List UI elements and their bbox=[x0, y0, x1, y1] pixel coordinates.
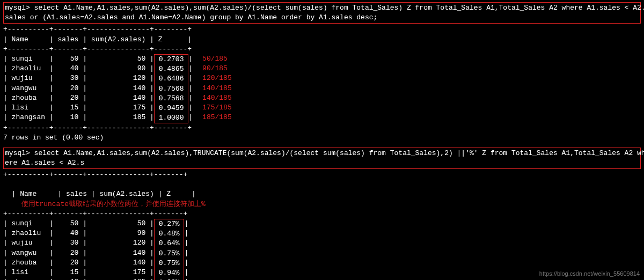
table2-annotation-inline: 使用truncate截取结果的小数位两位，并使用连接符加上% bbox=[21, 200, 206, 208]
z-value: 0.64% bbox=[155, 239, 184, 248]
annotation: 140/185 bbox=[202, 93, 232, 103]
row-tail: | bbox=[188, 103, 193, 113]
table-row: | sunqi | 50 | 50 | bbox=[3, 54, 154, 64]
z-value: 0.6486 bbox=[155, 74, 188, 84]
z-value: 1.00% bbox=[155, 278, 184, 280]
table1-header: | Name | sales | sum(A2.sales) | Z | bbox=[3, 35, 641, 45]
row-tail: | bbox=[184, 258, 188, 268]
mysql-prompt: mysql> bbox=[5, 4, 30, 12]
table2-rows-tail: | | | | | | | bbox=[184, 219, 188, 280]
z-value: 0.4865 bbox=[155, 64, 188, 74]
row-tail: | bbox=[188, 113, 193, 122]
row-tail: | bbox=[188, 54, 193, 64]
table2-rows-left: | sunqi | 50 | 50 | | zhaoliu | 40 | 90 … bbox=[3, 219, 154, 280]
table-row: | zhaoliu | 40 | 90 | bbox=[3, 64, 154, 73]
table1-rows-left: | sunqi | 50 | 50 | | zhaoliu | 40 | 90 … bbox=[3, 54, 154, 122]
annotation: 90/185 bbox=[202, 64, 232, 73]
row-tail: | bbox=[184, 268, 188, 277]
mysql-prompt: mysql> bbox=[5, 149, 30, 157]
row-tail: | bbox=[188, 84, 193, 93]
table2-z-column-box: 0.27% 0.48% 0.64% 0.75% 0.75% 0.94% 1.00… bbox=[154, 219, 185, 280]
row-tail: | bbox=[184, 238, 188, 248]
table2-sep-top: +----------+-------+---------------+----… bbox=[3, 170, 641, 180]
z-value: 0.48% bbox=[155, 229, 184, 239]
row-tail: | bbox=[184, 229, 188, 238]
z-value: 0.9459 bbox=[155, 104, 188, 113]
table-row: | zhangsan | 10 | 185 | bbox=[3, 113, 154, 122]
table-row: | sunqi | 50 | 50 | bbox=[3, 219, 154, 229]
table1-sep-top: +----------+-------+---------------+----… bbox=[3, 25, 641, 34]
z-value: 0.27% bbox=[155, 219, 184, 229]
z-value: 0.7568 bbox=[155, 84, 188, 94]
annotation: 175/185 bbox=[202, 103, 232, 113]
table1-sep-bottom: +----------+-------+---------------+----… bbox=[3, 123, 641, 133]
row-tail: | bbox=[188, 73, 193, 83]
z-value: 0.75% bbox=[155, 249, 184, 259]
sql-query-2-line1: select A1.Name,A1.sales,sum(A2.sales),TR… bbox=[30, 149, 644, 157]
row-tail: | bbox=[188, 93, 193, 103]
table-row: | wujiu | 30 | 120 | bbox=[3, 73, 154, 83]
table-row: | lisi | 15 | 175 | bbox=[3, 103, 154, 113]
table2-sep-mid: +----------+-------+---------------+----… bbox=[3, 209, 641, 219]
table1-status: 7 rows in set (0.00 sec) bbox=[3, 133, 641, 143]
table-row: | zhouba | 20 | 140 | bbox=[3, 93, 154, 103]
row-tail: | bbox=[184, 219, 188, 229]
annotation: 185/185 bbox=[202, 113, 232, 122]
table-row: | zhouba | 20 | 140 | bbox=[3, 258, 154, 268]
sql-query-2-box: mysql> select A1.Name,A1.sales,sum(A2.sa… bbox=[3, 148, 641, 169]
watermark: https://blog.csdn.net/weixin_55609814 bbox=[539, 270, 640, 278]
annotation: 140/185 bbox=[202, 84, 232, 93]
table1-annotations: 50/185 90/185 120/185 140/185 140/185 17… bbox=[202, 54, 232, 122]
sql-query-1-box: mysql> select A1.Name,A1.sales,sum(A2.sa… bbox=[3, 2, 641, 24]
table-row: | zhangsan | 10 | 185 | bbox=[3, 277, 154, 280]
row-tail: | bbox=[184, 248, 188, 258]
annotation: 120/185 bbox=[202, 73, 232, 83]
row-tail: | bbox=[184, 277, 188, 280]
table-row: | wangwu | 20 | 140 | bbox=[3, 84, 154, 93]
z-value: 0.7568 bbox=[155, 94, 188, 104]
z-value: 1.0000 bbox=[155, 113, 188, 123]
z-value: 0.2703 bbox=[155, 55, 188, 64]
sql-query-1-line1: select A1.Name,A1.sales,sum(A2.sales),su… bbox=[30, 4, 644, 12]
table2-header: | Name | sales | sum(A2.sales) | Z | bbox=[12, 190, 196, 198]
table-row: | zhaoliu | 40 | 90 | bbox=[3, 229, 154, 238]
table-row: | wangwu | 20 | 140 | bbox=[3, 248, 154, 258]
table-row: | lisi | 15 | 175 | bbox=[3, 268, 154, 277]
table-row: | wujiu | 30 | 120 | bbox=[3, 238, 154, 248]
annotation: 50/185 bbox=[202, 54, 232, 64]
table1-sep-mid: +----------+-------+---------------+----… bbox=[3, 45, 641, 54]
z-value: 0.75% bbox=[155, 259, 184, 268]
table1-rows-tail: | | | | | | | bbox=[188, 54, 193, 122]
table1-z-column-box: 0.2703 0.4865 0.6486 0.7568 0.7568 0.945… bbox=[154, 54, 188, 123]
z-value: 0.94% bbox=[155, 268, 184, 278]
sql-query-1-line2: sales or (A1.sales=A2.sales and A1.Name=… bbox=[5, 13, 377, 21]
row-tail: | bbox=[188, 64, 193, 73]
sql-query-2-line2: ere A1.sales < A2.s bbox=[5, 159, 84, 167]
